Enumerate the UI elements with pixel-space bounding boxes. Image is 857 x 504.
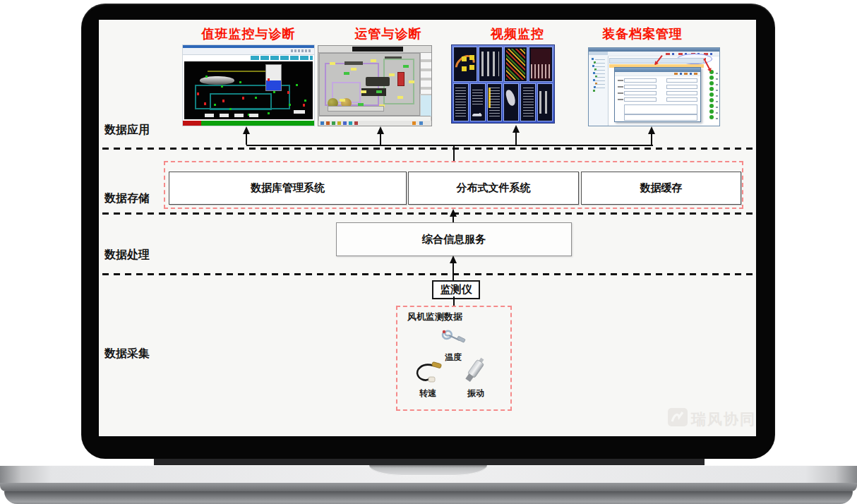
- laptop-screen: 值班监控与诊断 运管与诊断 视频监控 装备档案管理: [99, 20, 756, 436]
- video-text-lines: [472, 88, 483, 104]
- process-green-labels: [344, 72, 349, 75]
- form-row: [624, 97, 697, 102]
- arrow-stem-4: [651, 133, 652, 145]
- collector-box: 监测仪: [432, 280, 480, 299]
- scada-bottom-button-right: [294, 110, 305, 114]
- archive-tree-panel: [589, 52, 609, 126]
- video-bar-columns: [539, 91, 551, 113]
- laptop-mockup: 值班监控与诊断 运管与诊断 视频监控 装备档案管理: [0, 0, 857, 504]
- temperature-sensor-photo: [439, 325, 467, 348]
- scada-canvas: [184, 61, 313, 119]
- sensor-group-title: 风机监测数据: [407, 311, 462, 323]
- form-row: [624, 91, 697, 96]
- video-panel: [537, 83, 553, 121]
- scada-red-valves: [197, 92, 199, 95]
- process-taskbar: [318, 121, 431, 126]
- scada-toolbar-buttons: [251, 56, 313, 60]
- arrow-stem-3: [515, 132, 517, 145]
- process-table-strip: [319, 116, 431, 121]
- app-title-video-monitoring: 视频监控: [491, 25, 544, 41]
- video-text-lines: [455, 88, 466, 116]
- layer-separator-1: [102, 148, 753, 150]
- video-text-lines: [523, 88, 534, 116]
- app-title-operation-diagnosis: 运管与诊断: [355, 25, 422, 41]
- video-panel: [453, 47, 477, 82]
- screenshot-operation-diagnosis: [318, 45, 432, 126]
- video-panel: [479, 47, 503, 82]
- video-yellow-tiles: [469, 55, 474, 60]
- watermark-logo-icon: [668, 408, 688, 430]
- app-connector-line: [246, 145, 653, 146]
- video-panel: [487, 83, 503, 121]
- taskbar-icons: [320, 121, 324, 125]
- video-panel: [470, 83, 486, 121]
- vibration-sensor-photo: [462, 356, 490, 387]
- laptop-bottom: [4, 491, 853, 504]
- process-side-buttons: [420, 53, 431, 94]
- video-histogram: [531, 64, 551, 78]
- tree-header: [589, 52, 608, 55]
- video-confetti-feed: [506, 49, 526, 80]
- storage-box-dfs: 分布式文件系统: [408, 172, 579, 205]
- dialog-toolbar-buttons: [674, 73, 698, 75]
- process-caption-bar: [328, 106, 384, 112]
- screenshot-duty-monitoring: [182, 44, 315, 126]
- scada-bottom-buttons: [205, 114, 258, 117]
- watermark-text: 瑞风协同: [691, 409, 756, 429]
- layer-label-application: 数据应用: [104, 123, 150, 138]
- layer-label-collection: 数据采集: [104, 347, 150, 361]
- video-panel: [529, 47, 553, 82]
- video-panel: [504, 47, 528, 82]
- scada-window-buttons: [291, 49, 312, 52]
- process-yellow-labels: [330, 62, 335, 65]
- sensor-label-vibration: 振动: [467, 388, 484, 400]
- scada-green-valves: [205, 76, 208, 78]
- processing-box: 综合信息服务: [336, 222, 572, 256]
- stem-processing-to-storage: [453, 217, 454, 222]
- scada-vertical-tank: [265, 64, 282, 91]
- layer-separator-2: [102, 212, 753, 215]
- video-panel: [520, 83, 536, 121]
- tree-node-labels: [595, 57, 605, 88]
- process-machine-2: [361, 88, 386, 96]
- video-panel: [503, 83, 519, 121]
- arrowhead-processing-to-storage: [450, 209, 457, 217]
- form-textarea: [624, 104, 697, 114]
- form-row: [624, 78, 697, 83]
- stem-collector-to-processing: [453, 263, 454, 280]
- process-red-unit: [397, 72, 404, 86]
- arrow-stem-1: [246, 133, 247, 145]
- speed-sensor-photo: [412, 361, 443, 384]
- sensor-label-speed: 转速: [419, 388, 436, 400]
- layer-label-processing: 数据处理: [104, 248, 150, 263]
- app-title-equipment-archive: 装备档案管理: [602, 25, 683, 41]
- storage-box-dbms: 数据库管理系统: [169, 172, 407, 205]
- laptop-lid-notch: [369, 465, 487, 476]
- form-row: [624, 85, 697, 90]
- tree-node-icons: [592, 58, 594, 60]
- screenshot-equipment-archive: [588, 47, 720, 126]
- layer-label-storage: 数据存储: [104, 191, 150, 206]
- process-title-strip: [352, 47, 403, 52]
- video-ship-silhouette: [472, 113, 482, 116]
- scada-horizontal-tank: [200, 76, 234, 84]
- video-text-lines: [489, 88, 500, 116]
- laptop-base-edge: [0, 483, 857, 491]
- status-count-column: [716, 70, 718, 119]
- form-textarea-2: [624, 114, 697, 121]
- app-title-duty-monitoring: 值班监控与诊断: [202, 25, 296, 41]
- watermark: 瑞风协同: [668, 408, 756, 430]
- archive-edit-dialog: [614, 67, 701, 122]
- scada-statusbar-red: [183, 121, 201, 126]
- process-machine-1: [366, 77, 390, 86]
- video-panel: [453, 83, 469, 121]
- scada-pipe-teal-2: [210, 93, 272, 110]
- storage-box-cache: 数据缓存: [581, 172, 741, 205]
- video-wall-bottom-row: [453, 83, 553, 121]
- scada-statusbar: [183, 121, 314, 126]
- sensor-label-temperature: 温度: [445, 352, 462, 364]
- arrow-stem-2: [380, 133, 381, 145]
- video-bar-columns: [481, 52, 499, 76]
- video-wall-top-row: [453, 47, 553, 82]
- layer-separator-3: [102, 273, 753, 275]
